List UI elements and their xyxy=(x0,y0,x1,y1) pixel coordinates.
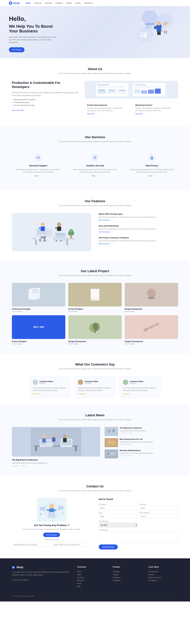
footer-link-customer-service[interactable]: Customer Service xyxy=(148,576,178,579)
contact-subtitle: Ut erat velit lorem ipsum dolor occaecat… xyxy=(58,490,132,492)
service-more-1[interactable]: More xyxy=(92,175,98,177)
svg-rect-64 xyxy=(37,233,49,234)
services-subtitle: Ut erat velit lorem ipsum dolor occaecat… xyxy=(58,140,132,143)
footer-social-text[interactable]: Go to Us on Instagram xyxy=(12,579,28,581)
nav-item-contact[interactable]: Contact Us xyxy=(84,2,93,4)
features-list: Works With Existing Apps Quis aute iure … xyxy=(99,213,178,245)
project-subtitle-2: Web Developer xyxy=(125,311,178,312)
svg-point-139 xyxy=(107,452,110,455)
footer-link-about[interactable]: About xyxy=(77,573,107,576)
service-desc-2: Dlorunt amet ut deosunt do illo vim. Dlo… xyxy=(129,168,175,173)
nav-links: Home About Us Services Features Project … xyxy=(26,2,181,4)
svg-rect-140 xyxy=(110,453,115,453)
features-section: Our Features Ut erat velit lorem ipsum d… xyxy=(0,190,190,260)
nav-item-clients[interactable]: Clients xyxy=(75,2,81,4)
nav-item-services[interactable]: Services xyxy=(45,2,52,4)
contact-type-row: Type Message No Help xyxy=(99,520,178,528)
footer-link-trending[interactable]: Trending xyxy=(113,570,142,573)
footer-link-development[interactable]: Development xyxy=(148,570,178,573)
message-textarea[interactable] xyxy=(99,532,178,543)
phone-input[interactable] xyxy=(139,514,178,519)
contact-left-description: If ut velit lorem ipsum velit cillum. Al… xyxy=(12,528,91,530)
news-main-image xyxy=(12,427,100,456)
nav-item-features[interactable]: Features xyxy=(56,2,63,4)
contact-submit-button[interactable]: Send Message xyxy=(99,544,118,550)
about-feature-2: Customization product xyxy=(12,101,79,104)
footer-link-home[interactable]: Home xyxy=(77,570,107,573)
svg-point-132 xyxy=(107,429,111,433)
project-image-5 xyxy=(125,315,178,339)
footer-link-finance[interactable]: Finance xyxy=(148,573,178,576)
contact-phone-input[interactable] xyxy=(52,543,91,547)
contact-first-name-group: First Name xyxy=(99,504,138,510)
svg-rect-84 xyxy=(56,233,64,234)
nav-item-home[interactable]: Home xyxy=(26,2,31,4)
feature-link-0[interactable]: More Information xyxy=(99,219,113,221)
footer-link-customers[interactable]: Customers xyxy=(113,576,142,579)
feature-title-2: Get Private Customers Feedback xyxy=(99,236,178,239)
svg-point-122 xyxy=(42,435,46,438)
svg-rect-150 xyxy=(40,507,45,510)
footer-link-popular[interactable]: Popular xyxy=(113,573,142,576)
footer-link-blog[interactable]: Blog xyxy=(77,585,107,588)
testimonial-avatar-2 xyxy=(78,380,83,385)
last-name-input[interactable] xyxy=(139,506,178,510)
svg-point-126 xyxy=(63,434,67,438)
footer-link-business[interactable]: Business xyxy=(77,579,107,582)
about-card-product-read-more[interactable]: Read More xyxy=(87,113,97,115)
project-card-4: Design Development UI/UX Designer xyxy=(68,315,122,345)
feature-desc-0: Quis aute iure reprehenderit in voluptat… xyxy=(99,216,178,218)
svg-rect-96 xyxy=(32,292,39,292)
footer-logo-icon xyxy=(12,566,15,569)
project-title-4: Design Development xyxy=(68,340,122,342)
service-desc-1: Dlorunt amet ut deosunt do illo vim. Dlo… xyxy=(72,168,118,173)
service-more-0[interactable]: More xyxy=(35,175,41,177)
svg-rect-127 xyxy=(63,438,67,442)
feature-link-1[interactable]: More Information xyxy=(99,231,113,233)
svg-marker-3 xyxy=(137,27,154,42)
service-more-2[interactable]: More xyxy=(149,175,155,177)
project-subtitle-3: UI/UX Designer xyxy=(12,343,65,345)
service-card-1: Analytics Security Dlorunt amet ut deosu… xyxy=(69,149,121,182)
about-card-marketing-read-more[interactable]: Read More xyxy=(135,113,145,115)
contact-email-input[interactable] xyxy=(12,543,51,547)
type-label: Type Message xyxy=(99,520,138,522)
footer-link-press[interactable]: Press xyxy=(77,582,107,585)
footer-link-get-starters[interactable]: Get Starters xyxy=(148,579,178,582)
svg-marker-1 xyxy=(141,11,159,26)
email-input[interactable] xyxy=(99,514,138,519)
svg-point-90 xyxy=(71,231,74,236)
first-name-input[interactable] xyxy=(99,506,138,510)
testimonials-subtitle: Ut erat velit lorem ipsum dolor occaecat… xyxy=(58,368,132,370)
feature-link-2[interactable]: More Information xyxy=(99,243,113,244)
about-feature-3: For more development apply xyxy=(12,104,79,107)
svg-point-49 xyxy=(34,154,42,162)
feature-desc-2: Quis aute iure reprehenderit in voluptat… xyxy=(99,240,178,242)
logo[interactable]: Nody xyxy=(9,2,20,5)
footer-col-customer-links: Home About Services Business Press Blog xyxy=(77,570,107,588)
nav-item-project[interactable]: Project xyxy=(66,2,72,4)
footer: Nody Lorem ipsum dolor sit amet, consect… xyxy=(0,558,190,602)
nav-item-about[interactable]: About Us xyxy=(34,2,41,4)
footer-col-customer-title: Customer xyxy=(77,566,107,568)
first-name-label: First Name xyxy=(99,504,138,505)
about-more-link[interactable]: More Information xyxy=(12,109,27,111)
about-subtitle: Ut erat velit lorem ipsum dolor occaecat… xyxy=(58,72,132,75)
contact-send-message-button[interactable]: Send Message xyxy=(43,532,60,537)
svg-point-156 xyxy=(13,567,14,568)
feature-title-0: Works With Existing Apps xyxy=(99,213,178,215)
type-select[interactable]: No Help xyxy=(99,523,138,528)
svg-rect-48 xyxy=(155,88,161,94)
svg-rect-34 xyxy=(97,88,124,88)
news-subtitle: Ut erat velit lorem ipsum dolor occaecat… xyxy=(58,418,132,421)
svg-rect-141 xyxy=(110,454,114,454)
footer-link-templates[interactable]: Templates xyxy=(113,579,142,582)
footer-copyright: © 2022 Nody. All Rights Reserved. xyxy=(12,596,35,597)
project-image-3[interactable]: 600 x 450 xyxy=(12,315,65,339)
svg-rect-47 xyxy=(148,90,154,94)
hero-content: Hello, We Help You To BoostYour Business… xyxy=(9,15,134,52)
footer-link-services[interactable]: Services xyxy=(77,576,107,579)
hero-section: Hello, We Help You To BoostYour Business… xyxy=(0,6,190,58)
news-item-0: The Big Event Conference Lorem ipsum dol… xyxy=(105,427,178,436)
hero-cta-button[interactable]: Get Started xyxy=(9,47,25,52)
